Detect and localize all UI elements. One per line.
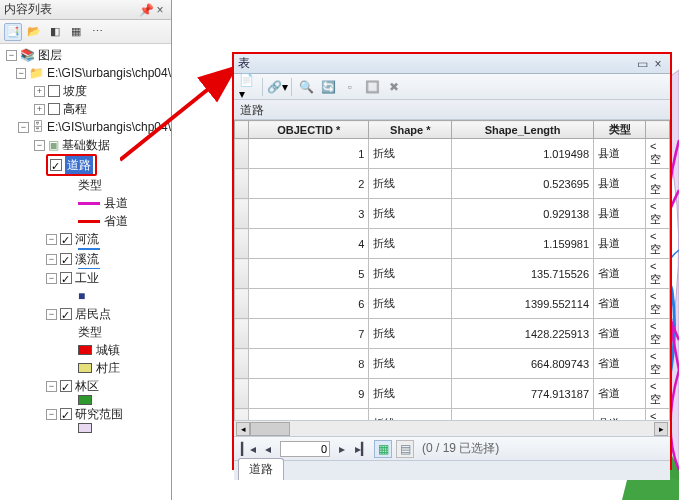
cell-shapelength[interactable]: 1399.552114 bbox=[452, 289, 594, 319]
cell-null[interactable]: <空 bbox=[646, 139, 670, 169]
cell-shapelength[interactable]: 0.929138 bbox=[452, 199, 594, 229]
cell-null[interactable]: <空 bbox=[646, 379, 670, 409]
row-selector[interactable] bbox=[235, 409, 249, 421]
expander-icon[interactable]: − bbox=[6, 50, 17, 61]
visibility-checkbox[interactable] bbox=[60, 233, 72, 245]
scroll-right-button[interactable]: ▸ bbox=[654, 422, 668, 436]
scroll-track[interactable] bbox=[250, 422, 654, 436]
cell-shapelength[interactable]: 1.019498 bbox=[452, 139, 594, 169]
table-row[interactable]: 6折线1399.552114省道<空 bbox=[235, 289, 670, 319]
row-selector[interactable] bbox=[235, 139, 249, 169]
expander-icon[interactable]: − bbox=[46, 254, 57, 265]
cell-shape[interactable]: 折线 bbox=[369, 169, 452, 199]
expander-icon[interactable]: − bbox=[46, 309, 57, 320]
visibility-checkbox[interactable] bbox=[60, 408, 72, 420]
table-close-button[interactable]: × bbox=[650, 57, 666, 71]
layer-industry[interactable]: − 工业 bbox=[6, 269, 171, 287]
cell-shapelength[interactable]: 0.523695 bbox=[452, 169, 594, 199]
cell-objectid[interactable]: 3 bbox=[249, 199, 369, 229]
layer-stream[interactable]: − 溪流 bbox=[6, 250, 171, 268]
layer-river[interactable]: − 河流 bbox=[6, 230, 171, 248]
table-maximize-button[interactable]: ▭ bbox=[634, 57, 650, 71]
cell-shapelength[interactable]: 135.715526 bbox=[452, 259, 594, 289]
table-row[interactable]: 10折线1702.917135县道<空 bbox=[235, 409, 670, 421]
dataset-basedata[interactable]: − ▣ 基础数据 bbox=[6, 136, 171, 154]
row-selector[interactable] bbox=[235, 349, 249, 379]
related-tables-button[interactable]: 🔗▾ bbox=[267, 77, 287, 97]
cell-objectid[interactable]: 5 bbox=[249, 259, 369, 289]
cell-shapelength[interactable]: 1.159981 bbox=[452, 229, 594, 259]
cell-shapelength[interactable]: 1702.917135 bbox=[452, 409, 594, 421]
cell-shapelength[interactable]: 1428.225913 bbox=[452, 319, 594, 349]
cell-type[interactable]: 县道 bbox=[594, 409, 646, 421]
cell-type[interactable]: 县道 bbox=[594, 199, 646, 229]
select-by-attributes-button[interactable]: 🔍 bbox=[296, 77, 316, 97]
table-row[interactable]: 8折线664.809743省道<空 bbox=[235, 349, 670, 379]
toc-autohide-button[interactable]: 📌 bbox=[139, 3, 153, 17]
nav-prev-button[interactable]: ◂ bbox=[260, 442, 276, 456]
col-type[interactable]: 类型 bbox=[594, 121, 646, 139]
scroll-thumb[interactable] bbox=[250, 422, 290, 436]
cell-type[interactable]: 县道 bbox=[594, 169, 646, 199]
cell-shape[interactable]: 折线 bbox=[369, 289, 452, 319]
cell-type[interactable]: 省道 bbox=[594, 289, 646, 319]
visibility-checkbox[interactable] bbox=[60, 272, 72, 284]
row-selector[interactable] bbox=[235, 259, 249, 289]
attribute-grid[interactable]: OBJECTID * Shape * Shape_Length 类型 1折线1.… bbox=[234, 120, 670, 420]
table-row[interactable]: 9折线774.913187省道<空 bbox=[235, 379, 670, 409]
cell-objectid[interactable]: 6 bbox=[249, 289, 369, 319]
cell-shapelength[interactable]: 774.913187 bbox=[452, 379, 594, 409]
cell-shapelength[interactable]: 664.809743 bbox=[452, 349, 594, 379]
nav-first-button[interactable]: ▎◂ bbox=[240, 442, 256, 456]
table-row[interactable]: 4折线1.159981县道<空 bbox=[235, 229, 670, 259]
visibility-checkbox[interactable] bbox=[48, 103, 60, 115]
cell-null[interactable]: <空 bbox=[646, 229, 670, 259]
cell-shape[interactable]: 折线 bbox=[369, 259, 452, 289]
visibility-checkbox[interactable] bbox=[60, 308, 72, 320]
cell-null[interactable]: <空 bbox=[646, 259, 670, 289]
delete-selected-button[interactable]: ✖ bbox=[384, 77, 404, 97]
table-grid[interactable]: OBJECTID * Shape * Shape_Length 类型 1折线1.… bbox=[234, 120, 670, 420]
layer-studyarea[interactable]: − 研究范围 bbox=[6, 405, 171, 423]
cell-objectid[interactable]: 4 bbox=[249, 229, 369, 259]
col-objectid[interactable]: OBJECTID * bbox=[249, 121, 369, 139]
expander-icon[interactable]: − bbox=[18, 122, 29, 133]
switch-selection-button[interactable]: 🔄 bbox=[318, 77, 338, 97]
col-extra[interactable] bbox=[646, 121, 670, 139]
cell-objectid[interactable]: 7 bbox=[249, 319, 369, 349]
col-shape[interactable]: Shape * bbox=[369, 121, 452, 139]
options-button[interactable]: ⋯ bbox=[88, 23, 106, 41]
nav-last-button[interactable]: ▸▎ bbox=[354, 442, 370, 456]
layer-residence[interactable]: − 居民点 bbox=[6, 305, 171, 323]
expander-icon[interactable]: − bbox=[34, 140, 45, 151]
expander-icon[interactable]: − bbox=[46, 273, 57, 284]
layer-forest[interactable]: − 林区 bbox=[6, 377, 171, 395]
show-selected-records-button[interactable]: ▤ bbox=[396, 440, 414, 458]
table-row[interactable]: 1折线1.019498县道<空 bbox=[235, 139, 670, 169]
zoom-selected-button[interactable]: 🔲 bbox=[362, 77, 382, 97]
cell-type[interactable]: 县道 bbox=[594, 139, 646, 169]
toc-close-button[interactable]: × bbox=[153, 3, 167, 17]
list-by-source-button[interactable]: 📂 bbox=[25, 23, 43, 41]
cell-shape[interactable]: 折线 bbox=[369, 379, 452, 409]
cell-null[interactable]: <空 bbox=[646, 349, 670, 379]
layer-elev[interactable]: + 高程 bbox=[6, 100, 171, 118]
table-options-button[interactable]: 📄▾ bbox=[238, 77, 258, 97]
cell-type[interactable]: 省道 bbox=[594, 349, 646, 379]
cell-type[interactable]: 省道 bbox=[594, 259, 646, 289]
visibility-checkbox[interactable] bbox=[50, 159, 62, 171]
cell-type[interactable]: 省道 bbox=[594, 379, 646, 409]
table-titlebar[interactable]: 表 ▭ × bbox=[234, 54, 670, 74]
table-row[interactable]: 5折线135.715526省道<空 bbox=[235, 259, 670, 289]
visibility-checkbox[interactable] bbox=[48, 85, 60, 97]
expander-icon[interactable]: + bbox=[34, 86, 45, 97]
cell-null[interactable]: <空 bbox=[646, 169, 670, 199]
tab-road[interactable]: 道路 bbox=[238, 458, 284, 480]
nav-position-input[interactable] bbox=[280, 441, 330, 457]
cell-shape[interactable]: 折线 bbox=[369, 199, 452, 229]
cell-shape[interactable]: 折线 bbox=[369, 319, 452, 349]
cell-null[interactable]: <空 bbox=[646, 319, 670, 349]
layer-road[interactable]: 道路 bbox=[6, 154, 171, 176]
nav-next-button[interactable]: ▸ bbox=[334, 442, 350, 456]
list-by-drawing-order-button[interactable]: 📑 bbox=[4, 23, 22, 41]
